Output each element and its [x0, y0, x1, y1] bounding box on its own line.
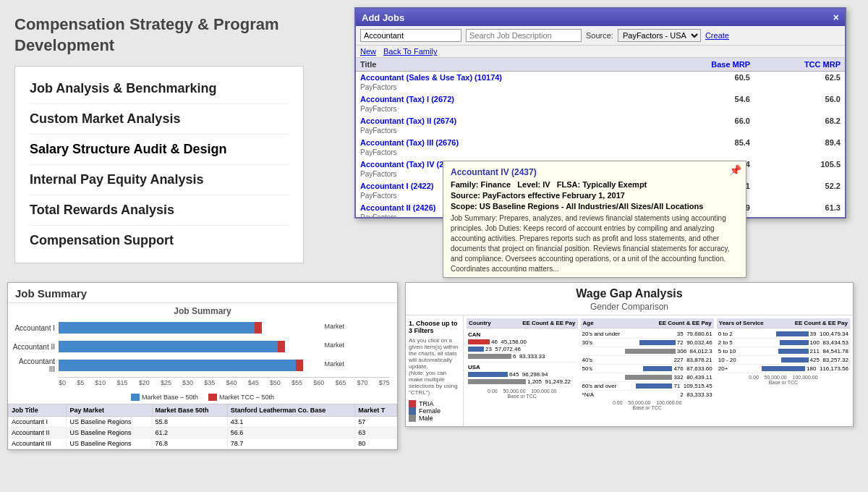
- job-base-cell: 54.6: [659, 93, 754, 105]
- usa-bar-2: [468, 379, 526, 384]
- tooltip-meta-scope: Scope: US Baseline Regions - All Industr…: [451, 202, 739, 211]
- tbl-col-markett: Market T: [355, 404, 397, 417]
- wage-gap-legend-col: 1. Choose up to 3 Filters As you click o…: [406, 315, 464, 426]
- bar-label-1: Market: [324, 323, 344, 330]
- list-item: PayFactors: [356, 127, 845, 137]
- create-link[interactable]: Create: [705, 31, 729, 40]
- job-title-cell[interactable]: Accountant (Sales & Use Tax) (10174): [356, 72, 659, 84]
- wage-gap-title: Wage Gap Analysis: [406, 283, 853, 302]
- tbl-cell-job2: Accountant II: [9, 428, 67, 438]
- age-data: 20's and under35 79,680.61 30's 72 90,03…: [581, 328, 714, 412]
- nav-item-salary-structure[interactable]: Salary Structure Audit & Design: [30, 135, 289, 165]
- yos-col1: Years of Service: [719, 320, 764, 326]
- legend-tria[interactable]: TRIA: [409, 400, 460, 407]
- bar-label-2: Market: [324, 342, 344, 349]
- job-desc-search-input[interactable]: [466, 29, 582, 42]
- country-data: CAN 46 45,156.00 23 57,072.46 6 83,333.3…: [467, 328, 578, 400]
- dialog-title: Add Jobs: [362, 12, 404, 23]
- can-bar-3: [468, 354, 511, 359]
- legend-male[interactable]: Male: [409, 415, 460, 422]
- chart-label-1: Accountant I: [12, 324, 55, 332]
- nav-new-link[interactable]: New: [360, 47, 376, 56]
- table-row[interactable]: Accountant (Tax) I (2672) 54.6 56.0: [356, 93, 845, 105]
- yos-bar-0-2: [776, 331, 809, 336]
- tbl-cell-job1: Accountant I: [9, 417, 67, 428]
- tbl-cell-co1: 43.1: [227, 417, 354, 428]
- age-row-2: 30's 72 90,032.46: [582, 339, 712, 347]
- yos-row-1: 0 to 2 39 100,479.34: [718, 330, 848, 339]
- table-row[interactable]: Accountant (Sales & Use Tax) (10174) 60.…: [356, 72, 845, 84]
- nav-item-comp-support[interactable]: Compensation Support: [30, 226, 289, 255]
- nav-item-internal-pay[interactable]: Internal Pay Equity Analysis: [30, 165, 289, 195]
- yos-bar-5-10: [778, 349, 809, 354]
- job-base-cell: 66.0: [659, 115, 754, 127]
- job-base-cell: 85.4: [659, 137, 754, 148]
- age-col2: EE Count & EE Pay: [658, 320, 711, 326]
- nav-item-total-rewards[interactable]: Total Rewards Analysis: [30, 195, 289, 226]
- tooltip-body-text: Job Summary: Prepares, analyzes, and rev…: [451, 213, 739, 271]
- list-item: PayFactors: [356, 105, 845, 115]
- source-select[interactable]: PayFactors - USA: [618, 29, 701, 42]
- country-col2: EE Count & EE Pay: [522, 320, 575, 326]
- yos-row-3: 5 to 10 211 84,541.78: [718, 347, 848, 356]
- chart-row-2: Accountant II Market: [59, 339, 390, 354]
- country-row-usa: USA 645 96,298.94 1,205 91,249.22: [468, 362, 576, 387]
- job-base-cell: 60.5: [659, 72, 754, 84]
- left-panel: Compensation Strategy & Program Developm…: [14, 14, 318, 263]
- age-row-6: 332 80,439.11: [582, 373, 712, 382]
- age-row-7: 60's and over 71 109,515.45: [582, 382, 712, 391]
- job-tcc-cell: 89.4: [754, 137, 845, 148]
- job-source-cell: PayFactors: [356, 105, 659, 115]
- job-title-cell[interactable]: Accountant (Tax) I (2672): [356, 93, 659, 105]
- nav-back-link[interactable]: Back To Family: [383, 47, 437, 56]
- job-summary-panel: Job Summary Job Summary Accountant I Mar…: [7, 282, 398, 450]
- country-col1: Country: [469, 320, 491, 326]
- legend-female-box: [409, 407, 416, 415]
- bar-container-3: Market: [59, 360, 319, 371]
- job-summary-table: Job Title Pay Market Market Base 50th St…: [8, 404, 397, 449]
- country-chart-bottom: 0.00 50,000.00 100,000.00Base or TCC: [468, 387, 576, 399]
- legend-tria-box: [409, 400, 416, 407]
- job-source-cell: PayFactors: [356, 127, 659, 137]
- country-block: Country EE Count & EE Pay CAN 46 45,156.…: [467, 318, 578, 423]
- legend-female[interactable]: Female: [409, 407, 460, 415]
- bar-container-1: Market: [59, 322, 319, 334]
- age-row-4: 40's227 83,876.21: [582, 356, 712, 365]
- bar-blue-3: [59, 360, 303, 371]
- tbl-cell-mt1: 57: [355, 417, 397, 428]
- legend-male-box: [409, 415, 416, 422]
- table-row[interactable]: Accountant (Tax) III (2676) 85.4 89.4: [356, 137, 845, 148]
- job-tcc-cell: 56.0: [754, 93, 845, 105]
- job-title-cell[interactable]: Accountant (Tax) II (2674): [356, 115, 659, 127]
- dialog-close-button[interactable]: ×: [833, 12, 839, 23]
- table-row[interactable]: Accountant (Tax) II (2674) 66.0 68.2: [356, 115, 845, 127]
- tbl-cell-co3: 78.7: [227, 438, 354, 449]
- chart-legend: Market Base – 50th Market TCC – 50th: [8, 391, 397, 404]
- list-item: PayFactors: [356, 148, 845, 158]
- tbl-col-base50th: Market Base 50th: [152, 404, 227, 417]
- tbl-cell-mt3: 80: [355, 438, 397, 449]
- table-row: Accountant III US Baseline Regions 76.8 …: [9, 438, 397, 449]
- source-label: Source:: [586, 31, 613, 40]
- can-bar-2: [468, 347, 484, 352]
- tbl-cell-base3: 76.8: [152, 438, 227, 449]
- dialog-nav: New Back To Family: [356, 46, 845, 58]
- legend-label-base: Market Base – 50th: [142, 394, 198, 401]
- age-block: Age EE Count & EE Pay 20's and under35 7…: [581, 318, 714, 423]
- job-title-cell[interactable]: Accountant (Tax) III (2676): [356, 137, 659, 148]
- age-header: Age EE Count & EE Pay: [581, 318, 714, 328]
- tooltip-pin-icon[interactable]: 📌: [729, 164, 741, 176]
- legend-item-base: Market Base – 50th: [131, 394, 198, 401]
- nav-item-job-analysis[interactable]: Job Analysis & Benchmarking: [30, 74, 289, 104]
- job-tcc-cell: 105.5: [754, 158, 845, 170]
- main-header-title: Compensation Strategy & Program Developm…: [14, 14, 318, 56]
- bar-label-3: Market: [324, 360, 344, 368]
- list-item: PayFactors: [356, 83, 845, 93]
- chart-row-3: Accountant III Market: [59, 358, 390, 373]
- job-search-input[interactable]: [360, 29, 461, 42]
- yos-bar-2-5: [780, 340, 809, 345]
- bar-container-2: Market: [59, 341, 319, 352]
- job-source-cell: PayFactors: [356, 148, 659, 158]
- nav-item-custom-market[interactable]: Custom Market Analysis: [30, 104, 289, 135]
- bar-blue-2: [59, 341, 285, 352]
